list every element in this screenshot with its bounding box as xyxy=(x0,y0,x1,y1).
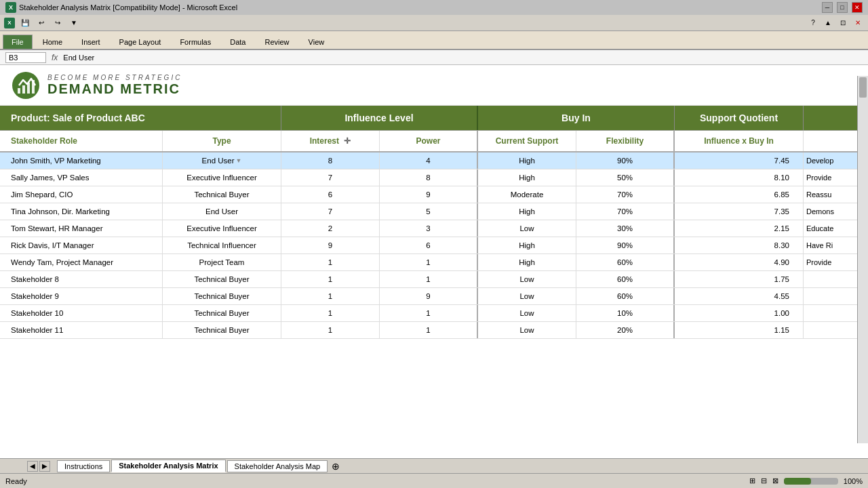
close-excel-button[interactable]: ✕ xyxy=(852,17,864,29)
app-icon: X xyxy=(5,2,16,13)
cell-type[interactable]: Technical Buyer xyxy=(163,288,281,304)
cell-flexibility: 60% xyxy=(576,271,675,287)
customize-button[interactable]: ▼ xyxy=(68,17,80,29)
table-row[interactable]: Stakeholder 8 Technical Buyer 1 1 Low 60… xyxy=(0,271,868,288)
cell-type[interactable]: Project Team xyxy=(163,254,281,270)
cell-interest: 1 xyxy=(281,271,380,287)
cell-current-support: Low xyxy=(478,220,576,237)
name-box[interactable] xyxy=(5,52,46,63)
page-layout-view-button[interactable]: ⊟ xyxy=(761,476,767,485)
tab-page-layout[interactable]: Page Layout xyxy=(111,35,170,49)
sheet-tab-matrix[interactable]: Stakeholder Analysis Matrix xyxy=(111,460,225,472)
logo-brand: Demand Metric xyxy=(47,81,182,97)
cell-quotient: 7.35 xyxy=(675,203,804,220)
cell-role: Tina Johnson, Dir. Marketing xyxy=(0,203,163,220)
close-button[interactable]: ✕ xyxy=(852,2,863,13)
sheet-tab-instructions[interactable]: Instructions xyxy=(57,460,110,472)
cell-flexibility: 70% xyxy=(576,186,675,203)
cell-type[interactable]: End User ▼ xyxy=(163,152,281,169)
tab-view[interactable]: View xyxy=(300,35,334,49)
table-row[interactable]: Stakeholder 9 Technical Buyer 1 9 Low 60… xyxy=(0,288,868,305)
sheet-tabs-area: ◀ ▶ Instructions Stakeholder Analysis Ma… xyxy=(0,458,868,473)
cell-quotient: 1.00 xyxy=(675,305,804,321)
cell-flexibility: 20% xyxy=(576,322,675,338)
new-sheet-button[interactable]: ⊕ xyxy=(332,461,340,472)
cell-current-support: High xyxy=(478,152,576,169)
maximize-button[interactable]: □ xyxy=(837,2,848,13)
cell-type[interactable]: Executive Influencer xyxy=(163,220,281,237)
cell-type[interactable]: Technical Buyer xyxy=(163,322,281,338)
scroll-left-button[interactable]: ◀ xyxy=(27,461,38,472)
undo-button[interactable]: ↩ xyxy=(35,17,47,29)
tab-data[interactable]: Data xyxy=(221,35,254,49)
sh-influence-x-buyin: Influence x Buy In xyxy=(675,131,804,151)
formula-fx-icon: fx xyxy=(52,53,58,62)
tab-formulas[interactable]: Formulas xyxy=(171,35,220,49)
scroll-right-button[interactable]: ▶ xyxy=(39,461,50,472)
table-row[interactable]: John Smith, VP Marketing End User ▼ 8 4 … xyxy=(0,152,868,169)
vertical-scrollbar[interactable] xyxy=(857,76,868,443)
cell-flexibility: 90% xyxy=(576,152,675,169)
table-row[interactable]: Tina Johnson, Dir. Marketing End User 7 … xyxy=(0,203,868,220)
minimize-button[interactable]: ─ xyxy=(822,2,833,13)
tab-insert[interactable]: Insert xyxy=(73,35,109,49)
cell-interest: 1 xyxy=(281,288,380,304)
influence-level-header: Influence Level xyxy=(281,106,478,130)
table-row[interactable]: Rick Davis, I/T Manager Technical Influe… xyxy=(0,237,868,254)
formula-bar: fx End User xyxy=(0,50,868,65)
table-row[interactable]: Tom Stewart, HR Manager Executive Influe… xyxy=(0,220,868,237)
cell-power: 1 xyxy=(380,305,478,321)
cell-quotient: 6.85 xyxy=(675,186,804,203)
cell-type[interactable]: Technical Buyer xyxy=(163,186,281,203)
cell-type[interactable]: Technical Influencer xyxy=(163,237,281,253)
cell-type[interactable]: Technical Buyer xyxy=(163,305,281,321)
table-row[interactable]: Sally James, VP Sales Executive Influenc… xyxy=(0,169,868,186)
tab-home[interactable]: Home xyxy=(34,35,71,49)
cell-flexibility: 50% xyxy=(576,169,675,186)
product-header: Product: Sale of Product ABC xyxy=(0,106,281,130)
cell-role: Rick Davis, I/T Manager xyxy=(0,237,163,253)
cell-quotient: 4.90 xyxy=(675,254,804,270)
cell-quotient: 2.15 xyxy=(675,220,804,237)
cell-type[interactable]: Technical Buyer xyxy=(163,271,281,287)
table-row[interactable]: Wendy Tam, Project Manager Project Team … xyxy=(0,254,868,271)
cell-current-support: Moderate xyxy=(478,186,576,203)
cell-role: Stakeholder 8 xyxy=(0,271,163,287)
data-rows-container: John Smith, VP Marketing End User ▼ 8 4 … xyxy=(0,152,868,339)
save-button[interactable]: 💾 xyxy=(19,17,31,29)
cell-quotient: 1.75 xyxy=(675,271,804,287)
cell-current-support: High xyxy=(478,169,576,186)
cell-quotient: 8.30 xyxy=(675,237,804,253)
cell-type[interactable]: Executive Influencer xyxy=(163,169,281,186)
table-row[interactable]: Jim Shepard, CIO Technical Buyer 6 9 Mod… xyxy=(0,186,868,203)
table-row[interactable]: Stakeholder 11 Technical Buyer 1 1 Low 2… xyxy=(0,322,868,339)
page-break-view-button[interactable]: ⊠ xyxy=(772,476,778,485)
sheet-tab-map[interactable]: Stakeholder Analysis Map xyxy=(227,460,328,472)
cell-current-support: Low xyxy=(478,305,576,321)
help-icon[interactable]: ? xyxy=(807,17,819,29)
formula-content: End User xyxy=(63,54,94,62)
cell-current-support: Low xyxy=(478,288,576,304)
ready-status: Ready xyxy=(5,477,27,485)
cell-role: Stakeholder 10 xyxy=(0,305,163,321)
dropdown-arrow-icon[interactable]: ▼ xyxy=(236,157,242,164)
redo-button[interactable]: ↪ xyxy=(52,17,64,29)
zoom-slider[interactable] xyxy=(784,478,838,485)
cell-current-support: High xyxy=(478,254,576,270)
minimize-ribbon-button[interactable]: ▲ xyxy=(822,17,834,29)
cell-type[interactable]: End User xyxy=(163,203,281,220)
svg-rect-1 xyxy=(18,88,20,94)
fullscreen-button[interactable]: ⊡ xyxy=(837,17,849,29)
tab-file[interactable]: File xyxy=(3,35,33,49)
cell-role: Sally James, VP Sales xyxy=(0,169,163,186)
support-quotient-header: Support Quotient xyxy=(675,106,804,130)
table-row[interactable]: Stakeholder 10 Technical Buyer 1 1 Low 1… xyxy=(0,305,868,322)
cell-role: Stakeholder 11 xyxy=(0,322,163,338)
logo-text: Become More Strategic Demand Metric xyxy=(47,74,182,97)
cell-flexibility: 90% xyxy=(576,237,675,253)
logo-area: Become More Strategic Demand Metric xyxy=(0,65,868,106)
normal-view-button[interactable]: ⊞ xyxy=(749,476,755,485)
file-icon: X xyxy=(4,18,15,28)
tab-review[interactable]: Review xyxy=(256,35,298,49)
sh-interest: Interest ✛ xyxy=(281,131,380,151)
